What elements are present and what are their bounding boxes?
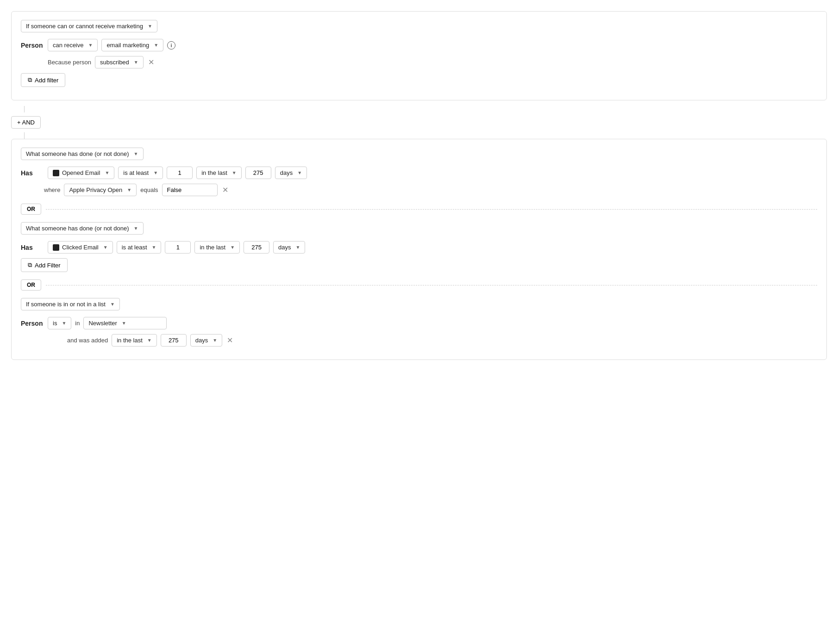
or-button-2[interactable]: OR — [21, 279, 41, 291]
list-dropdown[interactable]: Newsletter ▼ — [83, 317, 167, 329]
block-clicked-email: What someone has done (or not done) ▼ Ha… — [21, 222, 817, 272]
subscribed-dropdown[interactable]: subscribed ▼ — [95, 56, 144, 68]
chevron-down-icon: ▼ — [154, 43, 158, 48]
event-icon-2 — [53, 244, 59, 251]
add-filter-btn-1[interactable]: ⧉ Add filter — [21, 73, 65, 87]
person-label-1: Person — [21, 42, 44, 49]
block-opened-email: What someone has done (or not done) ▼ Ha… — [11, 139, 827, 360]
chevron-down-icon: ▼ — [110, 302, 115, 307]
is-at-least-dropdown-2[interactable]: is at least ▼ — [117, 241, 162, 254]
close-list-btn[interactable]: ✕ — [226, 337, 234, 344]
and-button[interactable]: + AND — [11, 116, 41, 129]
chevron-down-icon: ▼ — [297, 170, 302, 175]
chevron-down-icon: ▼ — [153, 170, 158, 175]
info-icon[interactable]: i — [167, 41, 175, 50]
chevron-down-icon: ▼ — [127, 187, 131, 192]
chevron-down-icon: ▼ — [122, 321, 126, 326]
event-icon-1 — [53, 170, 59, 176]
add-filter-btn-2[interactable]: ⧉ Add Filter — [21, 258, 68, 272]
chevron-down-icon: ▼ — [134, 60, 138, 65]
chevron-down-icon: ▼ — [88, 43, 93, 48]
chevron-down-icon: ▼ — [152, 245, 156, 250]
chevron-down-icon: ▼ — [232, 170, 237, 175]
in-the-last-dropdown-3[interactable]: in the last ▼ — [112, 334, 157, 347]
has-label-1: Has — [21, 169, 44, 177]
in-the-last-dropdown-1[interactable]: in the last ▼ — [196, 167, 242, 179]
false-input[interactable] — [162, 184, 218, 196]
chevron-down-icon: ▼ — [134, 151, 138, 156]
has-label-2: Has — [21, 244, 44, 251]
is-at-least-dropdown-1[interactable]: is at least ▼ — [118, 167, 163, 179]
in-label: in — [75, 320, 80, 327]
condition-type-dropdown-3[interactable]: What someone has done (or not done) ▼ — [21, 222, 144, 235]
close-where-btn[interactable]: ✕ — [221, 186, 229, 194]
or-divider-1: OR — [21, 201, 817, 217]
apple-privacy-dropdown[interactable]: Apple Privacy Open ▼ — [64, 184, 137, 196]
days-dropdown-2[interactable]: days ▼ — [273, 241, 305, 254]
days-count-input-1[interactable] — [245, 167, 271, 179]
or-divider-2: OR — [21, 277, 817, 293]
and-connector-line — [24, 106, 25, 112]
event2-dropdown[interactable]: Clicked Email ▼ — [48, 241, 113, 254]
days-dropdown-1[interactable]: days ▼ — [275, 167, 307, 179]
condition-type-dropdown-4[interactable]: If someone is in or not in a list ▼ — [21, 298, 120, 310]
chevron-down-icon: ▼ — [213, 338, 217, 343]
days-count-input-2[interactable] — [244, 241, 269, 254]
marketing-type-dropdown[interactable]: email marketing ▼ — [101, 39, 163, 51]
can-receive-dropdown[interactable]: can receive ▼ — [48, 39, 98, 51]
where-label: where — [44, 186, 60, 193]
block-marketing-receive: If someone can or cannot receive marketi… — [11, 11, 827, 100]
chevron-down-icon: ▼ — [62, 321, 66, 326]
filter-icon-2: ⧉ — [28, 261, 32, 269]
event1-dropdown[interactable]: Opened Email ▼ — [48, 167, 114, 179]
in-the-last-dropdown-2[interactable]: in the last ▼ — [194, 241, 240, 254]
count-input-1[interactable] — [167, 167, 193, 179]
condition-type-dropdown-2[interactable]: What someone has done (or not done) ▼ — [21, 148, 144, 160]
and-was-added-label: and was added — [67, 337, 108, 344]
chevron-down-icon: ▼ — [103, 245, 108, 250]
days-dropdown-3[interactable]: days ▼ — [190, 334, 222, 347]
chevron-down-icon: ▼ — [134, 226, 138, 231]
chevron-down-icon: ▼ — [147, 338, 152, 343]
and-connector-line-2 — [24, 132, 25, 139]
filter-icon-1: ⧉ — [28, 76, 32, 84]
condition-type-dropdown-1[interactable]: If someone can or cannot receive marketi… — [21, 20, 157, 32]
count-input-2[interactable] — [165, 241, 191, 254]
equals-label: equals — [140, 186, 158, 193]
days-count-input-3[interactable] — [161, 334, 187, 347]
person-label-2: Person — [21, 320, 44, 327]
chevron-down-icon: ▼ — [148, 24, 152, 29]
block-list-membership: If someone is in or not in a list ▼ Pers… — [21, 298, 817, 347]
where-row: where Apple Privacy Open ▼ equals ✕ — [44, 184, 817, 196]
chevron-down-icon: ▼ — [296, 245, 300, 250]
is-dropdown[interactable]: is ▼ — [48, 317, 71, 329]
because-label: Because person — [48, 59, 91, 66]
chevron-down-icon: ▼ — [230, 245, 235, 250]
or-button-1[interactable]: OR — [21, 204, 41, 215]
chevron-down-icon: ▼ — [105, 170, 109, 175]
close-because-btn[interactable]: ✕ — [147, 59, 155, 66]
